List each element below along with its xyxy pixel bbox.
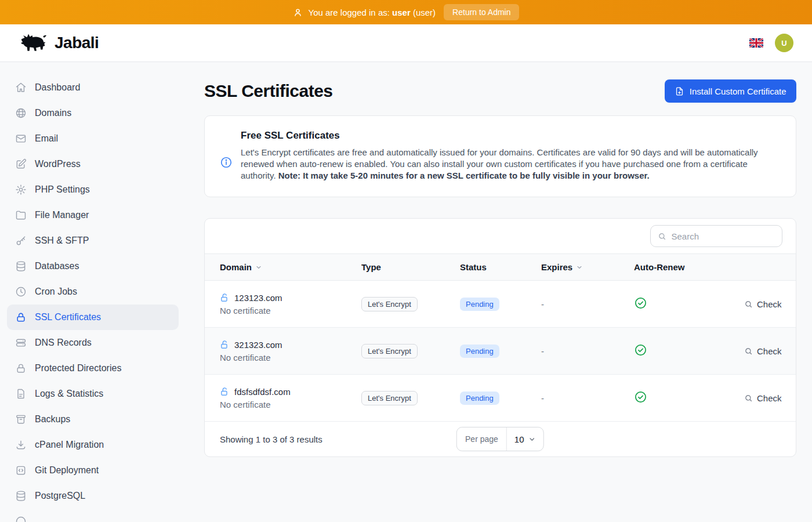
sidebar-item-wordpress[interactable]: WordPress: [7, 151, 179, 177]
return-to-admin-button[interactable]: Return to Admin: [444, 4, 519, 20]
document-icon: [15, 388, 27, 400]
document-plus-icon: [675, 86, 684, 96]
auto-renew-check-icon: [634, 343, 647, 357]
column-domain[interactable]: Domain: [220, 262, 361, 272]
check-button[interactable]: Check: [744, 393, 782, 403]
clock-icon: [15, 286, 27, 298]
lock-icon: [15, 311, 27, 323]
sidebar: Dashboard Domains Email WordPress PHP Se…: [0, 62, 186, 522]
search-box[interactable]: [650, 225, 782, 247]
archive-icon: [15, 414, 27, 425]
sidebar-item-protected-directories[interactable]: Protected Directories: [7, 356, 179, 381]
database-icon: [15, 490, 27, 502]
column-type: Type: [361, 262, 460, 272]
per-page-value: 10: [514, 434, 524, 444]
table-row: fdsfsdfdsf.com No certificate Let's Encr…: [205, 375, 796, 422]
table-row: 123123.com No certificate Let's Encrypt …: [205, 281, 796, 328]
certificates-table-card: Domain Type Status Expires Auto-Renew 12…: [204, 218, 796, 457]
column-status: Status: [460, 262, 541, 272]
domain-name: fdsfsdfdsf.com: [234, 387, 291, 397]
sidebar-item-ssh-sftp[interactable]: SSH & SFTP: [7, 228, 179, 253]
free-ssl-info-card: Free SSL Certificates Let's Encrypt cert…: [204, 115, 796, 197]
search-icon: [744, 347, 753, 356]
database-icon: [15, 260, 27, 272]
app-header: Jabali U: [0, 24, 812, 62]
user-avatar[interactable]: U: [775, 34, 793, 52]
pencil-icon: [15, 158, 27, 170]
sidebar-item-logs-statistics[interactable]: Logs & Statistics: [7, 381, 179, 407]
expires-value: -: [541, 346, 634, 356]
lock-icon: [15, 362, 27, 374]
info-note: Note: It may take 5-20 minutes for a new…: [278, 171, 650, 180]
certificate-subtitle: No certificate: [220, 400, 361, 409]
sidebar-item-partial[interactable]: [7, 509, 179, 522]
install-custom-certificate-button[interactable]: Install Custom Certificate: [665, 79, 796, 103]
search-icon: [744, 394, 753, 403]
chevron-down-icon: [576, 264, 583, 271]
brand-name: Jabali: [55, 34, 99, 52]
logged-in-username: user: [392, 8, 411, 17]
logged-in-as-text: You are logged in as:: [309, 8, 390, 17]
table-row: 321323.com No certificate Let's Encrypt …: [205, 328, 796, 375]
server-icon: [15, 337, 27, 349]
brand[interactable]: Jabali: [19, 32, 99, 53]
check-button[interactable]: Check: [744, 299, 782, 309]
domain-name: 321323.com: [234, 340, 282, 350]
column-auto-renew: Auto-Renew: [634, 262, 744, 272]
language-flag-icon[interactable]: [749, 38, 763, 48]
type-badge: Let's Encrypt: [361, 391, 418, 405]
sidebar-item-dashboard[interactable]: Dashboard: [7, 75, 179, 100]
sidebar-item-ssl-certificates[interactable]: SSL Certificates: [7, 304, 179, 330]
results-count: Showing 1 to 3 of 3 results: [220, 434, 322, 444]
expires-value: -: [541, 393, 634, 403]
search-icon: [744, 300, 753, 309]
sidebar-item-php-settings[interactable]: PHP Settings: [7, 177, 179, 202]
sidebar-item-email[interactable]: Email: [7, 126, 179, 151]
column-expires[interactable]: Expires: [541, 262, 634, 272]
type-badge: Let's Encrypt: [361, 297, 418, 311]
code-icon: [15, 465, 27, 476]
chevron-down-icon: [528, 436, 536, 443]
status-badge: Pending: [460, 392, 499, 405]
unlock-icon: [220, 293, 230, 303]
home-icon: [15, 82, 27, 93]
sidebar-item-databases[interactable]: Databases: [7, 253, 179, 279]
sidebar-item-backups[interactable]: Backups: [7, 407, 179, 432]
domain-name: 123123.com: [234, 293, 282, 303]
download-icon: [15, 439, 27, 451]
boar-logo-icon: [19, 32, 49, 53]
sidebar-item-dns-records[interactable]: DNS Records: [7, 330, 179, 356]
check-button[interactable]: Check: [744, 346, 782, 356]
info-title: Free SSL Certificates: [241, 130, 781, 142]
sidebar-item-file-manager[interactable]: File Manager: [7, 202, 179, 228]
chevron-down-icon: [255, 264, 262, 271]
key-icon: [15, 235, 27, 246]
auto-renew-check-icon: [634, 390, 647, 404]
person-icon: [293, 8, 303, 17]
expires-value: -: [541, 299, 634, 309]
unlock-icon: [220, 387, 230, 397]
certificate-subtitle: No certificate: [220, 306, 361, 316]
sidebar-item-git-deployment[interactable]: Git Deployment: [7, 458, 179, 483]
search-input[interactable]: [672, 231, 775, 241]
per-page-select[interactable]: Per page 10: [456, 427, 544, 451]
unlock-icon: [220, 340, 230, 350]
info-body: Let's Encrypt certificates are free and …: [241, 147, 781, 182]
logged-in-role: (user): [413, 8, 436, 17]
impersonation-banner: You are logged in as: user (user) Return…: [0, 0, 812, 24]
status-badge: Pending: [460, 298, 499, 311]
pagination-row: Showing 1 to 3 of 3 results Per page 10: [205, 422, 796, 456]
table-header: Domain Type Status Expires Auto-Renew: [205, 253, 796, 281]
sidebar-item-domains[interactable]: Domains: [7, 100, 179, 126]
certificate-subtitle: No certificate: [220, 353, 361, 362]
info-icon: [220, 156, 233, 169]
sidebar-item-cron-jobs[interactable]: Cron Jobs: [7, 279, 179, 304]
globe-icon: [15, 107, 27, 119]
folder-icon: [15, 209, 27, 221]
page-title: SSL Certificates: [204, 81, 333, 101]
sidebar-item-postgresql[interactable]: PostgreSQL: [7, 483, 179, 509]
envelope-icon: [15, 133, 27, 144]
impersonation-message: You are logged in as: user (user): [293, 8, 436, 17]
auto-renew-check-icon: [634, 296, 647, 310]
sidebar-item-cpanel-migration[interactable]: cPanel Migration: [7, 432, 179, 458]
